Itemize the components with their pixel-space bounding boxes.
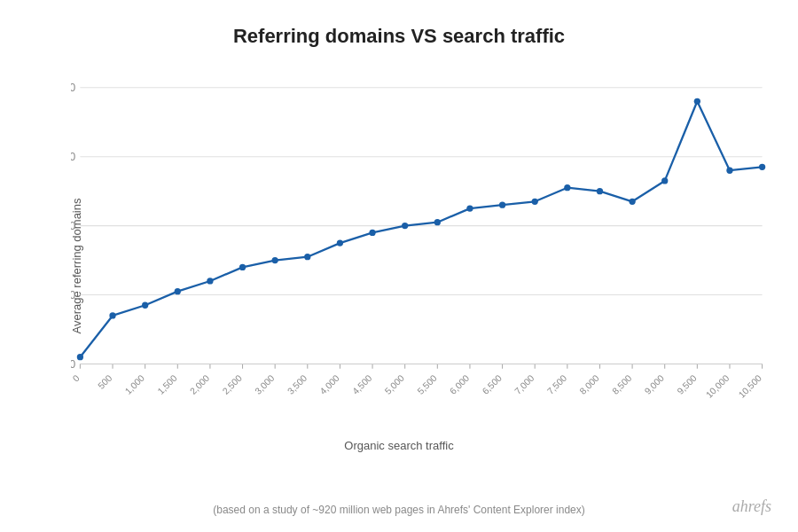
svg-text:80: 80 bbox=[71, 82, 75, 94]
svg-text:2,000: 2,000 bbox=[188, 373, 211, 396]
svg-text:6,500: 6,500 bbox=[481, 373, 504, 396]
svg-text:0: 0 bbox=[71, 358, 75, 371]
svg-text:8,500: 8,500 bbox=[610, 373, 633, 396]
svg-point-55 bbox=[77, 354, 83, 360]
svg-text:500: 500 bbox=[96, 373, 113, 391]
svg-text:4,500: 4,500 bbox=[350, 373, 373, 396]
svg-text:4,000: 4,000 bbox=[318, 373, 341, 396]
svg-point-69 bbox=[532, 199, 538, 205]
svg-text:7,500: 7,500 bbox=[545, 373, 568, 396]
svg-text:5,000: 5,000 bbox=[383, 373, 406, 396]
svg-point-67 bbox=[466, 205, 473, 211]
svg-point-65 bbox=[402, 223, 408, 229]
svg-point-59 bbox=[207, 278, 213, 284]
svg-point-75 bbox=[726, 168, 732, 174]
svg-point-73 bbox=[661, 177, 668, 184]
svg-text:3,500: 3,500 bbox=[286, 373, 309, 396]
svg-text:9,000: 9,000 bbox=[643, 373, 666, 396]
svg-text:60: 60 bbox=[71, 151, 75, 163]
footnote: (based on a study of ~920 million web pa… bbox=[213, 504, 585, 516]
chart-container: Referring domains VS search traffic Aver… bbox=[0, 0, 798, 532]
svg-text:2,500: 2,500 bbox=[221, 373, 244, 396]
chart-title: Referring domains VS search traffic bbox=[0, 0, 798, 57]
svg-text:6,000: 6,000 bbox=[448, 373, 471, 396]
svg-text:40: 40 bbox=[71, 220, 75, 232]
svg-point-72 bbox=[629, 199, 635, 205]
svg-text:10,500: 10,500 bbox=[737, 373, 763, 400]
ahrefs-brand: ahrefs bbox=[732, 497, 771, 516]
svg-text:5,500: 5,500 bbox=[416, 373, 439, 396]
svg-point-68 bbox=[499, 202, 505, 208]
svg-point-57 bbox=[142, 302, 148, 309]
svg-point-58 bbox=[175, 288, 181, 294]
svg-text:8,000: 8,000 bbox=[578, 373, 601, 396]
svg-point-66 bbox=[434, 219, 441, 225]
svg-text:7,000: 7,000 bbox=[512, 373, 536, 396]
svg-point-56 bbox=[109, 312, 115, 318]
svg-point-61 bbox=[272, 257, 278, 263]
svg-point-71 bbox=[597, 188, 603, 194]
svg-text:1,500: 1,500 bbox=[156, 373, 179, 396]
svg-point-60 bbox=[239, 264, 246, 270]
main-chart: 02040608005001,0001,5002,0002,5003,0003,… bbox=[71, 62, 771, 408]
svg-point-62 bbox=[304, 254, 310, 260]
svg-point-74 bbox=[694, 98, 700, 105]
svg-text:1,000: 1,000 bbox=[123, 373, 146, 396]
svg-point-76 bbox=[759, 164, 765, 170]
chart-area: 02040608005001,0001,5002,0002,5003,0003,… bbox=[71, 62, 771, 408]
svg-text:20: 20 bbox=[71, 289, 75, 301]
svg-point-70 bbox=[564, 184, 570, 191]
svg-point-64 bbox=[369, 230, 375, 236]
svg-text:0: 0 bbox=[71, 373, 82, 384]
svg-point-63 bbox=[337, 239, 343, 246]
svg-text:9,500: 9,500 bbox=[676, 373, 699, 396]
x-axis-label: Organic search traffic bbox=[344, 439, 453, 452]
svg-text:3,000: 3,000 bbox=[253, 373, 276, 396]
svg-text:10,000: 10,000 bbox=[704, 373, 731, 400]
